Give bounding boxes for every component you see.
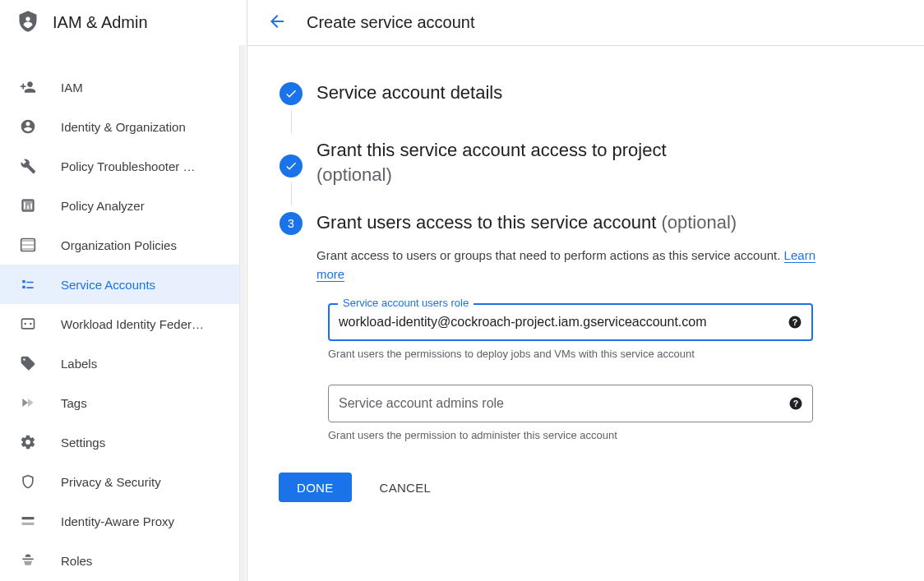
sidebar: IAM & Admin IAM Identity & Organization … [0, 0, 247, 581]
svg-point-3 [24, 323, 26, 325]
sidebar-header: IAM & Admin [0, 0, 246, 46]
product-title: IAM & Admin [53, 13, 148, 32]
stepper: Service account details Grant this servi… [247, 46, 924, 581]
shield-outline-icon [20, 473, 36, 490]
nav-item-tags[interactable]: Tags [0, 383, 246, 422]
person-add-icon [20, 79, 36, 95]
nav-item-label: Settings [61, 436, 105, 450]
proxy-icon [20, 513, 36, 529]
nav-item-iap[interactable]: Identity-Aware Proxy [0, 501, 246, 541]
sidebar-scrollbar[interactable] [239, 45, 246, 581]
admins-role-field[interactable]: ? [328, 385, 813, 422]
tag-icon [20, 355, 36, 371]
main-content: Create service account Service account d… [247, 0, 924, 581]
service-account-icon [20, 276, 36, 293]
nav-item-policy-troubleshooter[interactable]: Policy Troubleshooter … [0, 146, 246, 186]
help-icon[interactable]: ? [787, 314, 803, 330]
nav-item-label: Identity-Aware Proxy [61, 514, 174, 528]
nav-item-label: IAM [61, 81, 83, 95]
nav-item-roles[interactable]: Roles [0, 541, 246, 580]
svg-text:?: ? [792, 317, 797, 327]
nav-item-label: Identity & Organization [61, 120, 186, 134]
users-role-input[interactable] [339, 315, 776, 330]
step-3-number-badge: 3 [280, 212, 303, 235]
nav-item-label: Policy Troubleshooter … [61, 159, 195, 173]
account-circle-icon [20, 118, 36, 135]
nav-item-label: Labels [61, 357, 97, 371]
step-1-title: Service account details [316, 81, 904, 105]
back-arrow-icon[interactable] [267, 12, 287, 35]
page-title: Create service account [307, 13, 475, 32]
nav-item-policy-analyzer[interactable]: Policy Analyzer [0, 186, 246, 225]
wrench-icon [20, 158, 36, 174]
nav-item-privacy[interactable]: Privacy & Security [0, 462, 246, 501]
list-icon [20, 237, 36, 253]
button-row: DONE CANCEL [279, 473, 904, 502]
nav-item-iam[interactable]: IAM [0, 67, 246, 107]
nav-item-org-policies[interactable]: Organization Policies [0, 225, 246, 265]
step-2-title: Grant this service account access to pro… [316, 138, 904, 187]
svg-text:?: ? [793, 399, 798, 408]
users-role-field-group: Service account users role ? [328, 303, 813, 341]
step-3-title: Grant users access to this service accou… [316, 210, 904, 235]
users-role-hint: Grant users the permissions to deploy jo… [328, 348, 813, 360]
users-role-floating-label: Service account users role [338, 297, 474, 309]
federation-icon [20, 316, 36, 332]
nav-item-label: Tags [61, 396, 87, 410]
nav-list: IAM Identity & Organization Policy Troub… [0, 46, 246, 580]
step-2[interactable]: Grant this service account access to pro… [279, 138, 904, 210]
step-1[interactable]: Service account details [279, 81, 904, 138]
admins-role-input[interactable] [339, 396, 776, 411]
nav-item-label: Privacy & Security [61, 475, 161, 489]
gear-icon [20, 434, 36, 450]
main-header: Create service account [247, 0, 924, 46]
nav-item-label: Workload Identity Federat… [61, 317, 209, 331]
step-3-description: Grant access to users or groups that nee… [316, 247, 826, 284]
nav-item-label: Policy Analyzer [61, 199, 145, 213]
svg-rect-7 [22, 559, 33, 560]
done-button[interactable]: DONE [279, 473, 352, 502]
step-3: 3 Grant users access to this service acc… [279, 210, 904, 450]
nav-item-service-accounts[interactable]: Service Accounts [0, 265, 246, 304]
nav-item-label: Service Accounts [61, 278, 155, 292]
help-icon[interactable]: ? [788, 395, 804, 412]
nav-item-settings[interactable]: Settings [0, 422, 246, 462]
nav-item-workload-identity[interactable]: Workload Identity Federat… [0, 304, 246, 344]
cancel-button[interactable]: CANCEL [362, 473, 450, 502]
users-role-field[interactable]: Service account users role ? [328, 303, 813, 341]
nav-item-identity[interactable]: Identity & Organization [0, 107, 246, 146]
svg-rect-2 [22, 319, 35, 329]
step-complete-icon [280, 82, 303, 105]
roles-icon [20, 552, 36, 569]
admins-role-hint: Grant users the permission to administer… [328, 429, 813, 441]
admins-role-field-group: ? [328, 385, 813, 422]
bookmark-icon [20, 394, 36, 411]
nav-item-label: Roles [61, 554, 92, 568]
svg-point-0 [25, 16, 30, 21]
step-complete-icon [280, 154, 303, 178]
svg-point-4 [30, 323, 32, 325]
svg-rect-6 [22, 523, 35, 525]
analyzer-icon [20, 197, 36, 214]
nav-item-label: Organization Policies [61, 238, 177, 252]
shield-icon [16, 10, 39, 36]
nav-item-labels[interactable]: Labels [0, 344, 246, 383]
svg-rect-5 [22, 517, 35, 519]
